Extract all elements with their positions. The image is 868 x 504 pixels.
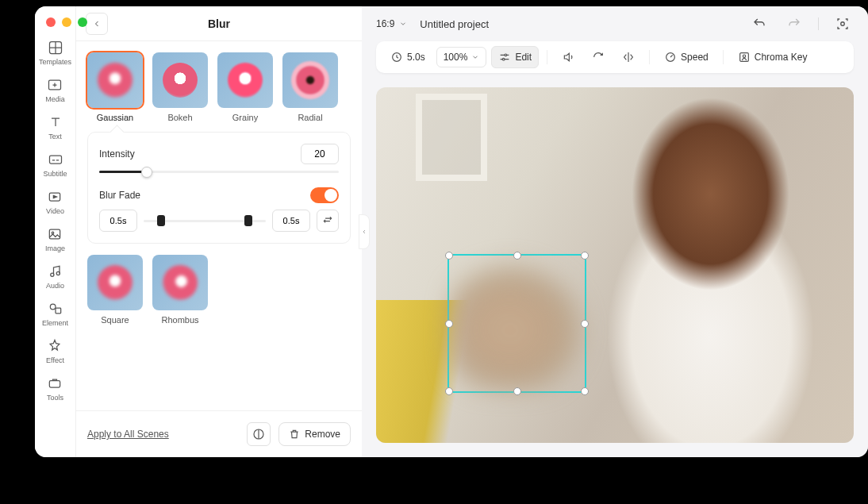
resize-handle-tl[interactable]: [445, 252, 453, 260]
sidebar-item-media[interactable]: Media: [45, 77, 65, 103]
resize-handle-br[interactable]: [581, 387, 589, 395]
intensity-input[interactable]: [301, 144, 339, 164]
edit-label: Edit: [515, 52, 532, 63]
duration-value: 5.0s: [407, 52, 425, 63]
blur-type-bokeh[interactable]: Bokeh: [152, 52, 208, 122]
effect-icon: [47, 338, 63, 354]
zoom-value: 100%: [444, 52, 468, 63]
fade-out-input[interactable]: [272, 210, 310, 232]
flip-button[interactable]: [616, 47, 641, 67]
blur-fade-toggle[interactable]: [310, 187, 339, 203]
svg-point-15: [503, 58, 505, 60]
volume-button[interactable]: [555, 47, 581, 67]
remove-label: Remove: [305, 429, 340, 440]
sidebar-item-image[interactable]: Image: [45, 226, 65, 252]
redo-button[interactable]: [783, 13, 805, 35]
remove-button[interactable]: Remove: [278, 422, 351, 446]
sidebar-item-text[interactable]: Text: [48, 114, 63, 140]
svg-rect-10: [50, 381, 60, 387]
minimize-window[interactable]: [62, 17, 71, 27]
blur-type-grid: Gaussian Bokeh Grainy Radial: [76, 41, 362, 129]
blur-panel: Blur Gaussian Bokeh Grainy Radial Inten: [76, 6, 362, 457]
audio-icon: [48, 264, 63, 279]
main-sidebar: Templates Media Text Subtitle Video Imag…: [35, 6, 76, 457]
back-button[interactable]: [86, 13, 108, 35]
intensity-slider[interactable]: [99, 171, 339, 173]
rotate-icon: [592, 51, 605, 63]
fade-range-slider[interactable]: [144, 220, 266, 222]
swap-button[interactable]: [317, 210, 339, 232]
clock-icon: [390, 51, 403, 63]
resize-handle-b[interactable]: [513, 387, 521, 395]
blur-shape-label: Rhombus: [161, 315, 198, 325]
speed-button[interactable]: Speed: [658, 47, 715, 67]
duration-control[interactable]: 5.0s: [384, 47, 432, 67]
resize-handle-bl[interactable]: [445, 387, 453, 395]
element-icon: [48, 301, 63, 317]
rotate-button[interactable]: [586, 47, 611, 67]
flip-icon: [622, 51, 635, 63]
resize-handle-t[interactable]: [513, 252, 521, 260]
trash-icon: [289, 429, 300, 440]
blur-shape-rhombus[interactable]: Rhombus: [152, 255, 208, 325]
svg-point-18: [743, 55, 745, 57]
sidebar-label: Text: [48, 133, 62, 140]
blur-type-gaussian[interactable]: Gaussian: [87, 52, 143, 122]
canvas-area: 16:9 Untitled project 5.0s 100%: [362, 6, 868, 457]
svg-point-6: [50, 273, 53, 276]
sidebar-label: Audio: [46, 282, 64, 290]
edit-button[interactable]: Edit: [491, 46, 539, 68]
resize-handle-tr[interactable]: [581, 252, 589, 260]
blur-shape-label: Square: [101, 315, 129, 325]
svg-point-8: [50, 304, 56, 310]
blur-type-label: Grainy: [232, 113, 258, 122]
blur-controls: Intensity Blur Fade: [87, 132, 351, 244]
resize-handle-l[interactable]: [445, 320, 453, 328]
sidebar-item-templates[interactable]: Templates: [39, 40, 71, 66]
sidebar-label: Subtitle: [43, 170, 67, 178]
sliders-icon: [498, 51, 511, 63]
sidebar-label: Element: [42, 319, 68, 327]
sidebar-item-subtitle[interactable]: Subtitle: [43, 152, 67, 178]
sidebar-item-video[interactable]: Video: [46, 189, 64, 215]
background-frame: [416, 94, 487, 181]
aspect-ratio-select[interactable]: 16:9: [376, 18, 407, 29]
video-icon: [47, 189, 63, 205]
close-window[interactable]: [46, 17, 56, 27]
blur-shape-square[interactable]: Square: [87, 255, 143, 325]
collapse-panel-button[interactable]: [359, 214, 370, 249]
templates-icon: [48, 40, 63, 56]
blur-type-label: Bokeh: [167, 113, 192, 122]
svg-rect-2: [49, 156, 61, 164]
chevron-left-icon: [92, 19, 102, 29]
sidebar-item-tools[interactable]: Tools: [47, 375, 63, 402]
app-window: Templates Media Text Subtitle Video Imag…: [35, 6, 868, 457]
apply-all-link[interactable]: Apply to All Scenes: [87, 429, 169, 440]
capture-icon: [835, 17, 850, 31]
zoom-select[interactable]: 100%: [436, 47, 487, 67]
speed-icon: [664, 51, 677, 63]
canvas-viewport[interactable]: [376, 87, 854, 443]
blur-type-radial[interactable]: Radial: [282, 52, 338, 122]
window-controls: [46, 17, 87, 27]
project-name[interactable]: Untitled project: [420, 18, 489, 30]
compare-button[interactable]: [247, 422, 271, 446]
sidebar-item-effect[interactable]: Effect: [46, 338, 64, 364]
undo-icon: [752, 17, 766, 31]
chroma-key-button[interactable]: Chroma Key: [732, 47, 814, 67]
sidebar-item-element[interactable]: Element: [42, 301, 68, 327]
blur-selection-box[interactable]: [447, 254, 586, 393]
maximize-window[interactable]: [78, 17, 87, 27]
capture-button[interactable]: [832, 13, 854, 35]
media-icon: [47, 77, 63, 93]
svg-point-12: [841, 22, 845, 26]
sidebar-item-audio[interactable]: Audio: [46, 264, 64, 290]
chroma-icon: [738, 51, 751, 63]
blur-fade-label: Blur Fade: [99, 190, 140, 201]
blur-preview: [449, 256, 585, 391]
undo-button[interactable]: [748, 13, 770, 35]
blur-type-label: Gaussian: [97, 113, 133, 122]
fade-in-input[interactable]: [99, 210, 137, 232]
resize-handle-r[interactable]: [581, 320, 589, 328]
blur-type-grainy[interactable]: Grainy: [217, 52, 273, 122]
